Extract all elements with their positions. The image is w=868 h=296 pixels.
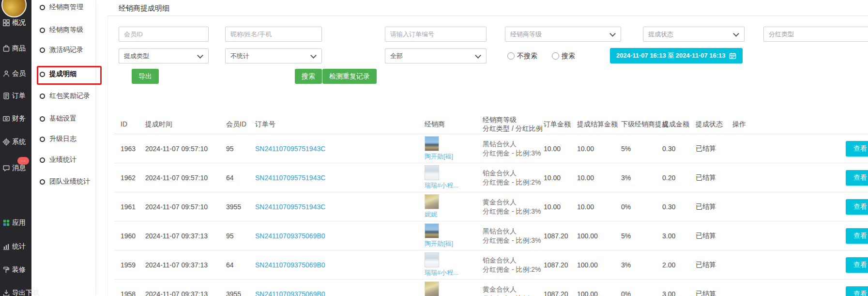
dealer-name-link[interactable]: 陶开勋[福] bbox=[425, 152, 476, 161]
export-button[interactable]: 导出 bbox=[132, 69, 159, 84]
chevron-down-icon bbox=[733, 31, 739, 37]
member-icon bbox=[2, 70, 10, 78]
column-header: ID bbox=[114, 114, 139, 134]
cell-member-id: 64 bbox=[220, 163, 249, 192]
stat-mode-select[interactable]: 不统计 bbox=[225, 48, 322, 63]
view-button[interactable]: 查看 bbox=[846, 286, 868, 296]
submenu-item-upgrade-log[interactable]: 升级日志 bbox=[35, 132, 76, 146]
order-no-link[interactable]: SN24110709375069B0 bbox=[255, 261, 325, 269]
dealer-level-select-value: 经销商等级 bbox=[510, 31, 542, 38]
circle-bullet-icon bbox=[40, 72, 45, 77]
dealer-level-text: 黑钻合伙人 bbox=[483, 140, 537, 149]
sidebar-item-finance[interactable]: 财务 bbox=[2, 112, 26, 125]
nickname-input[interactable] bbox=[225, 27, 322, 42]
circle-bullet-icon bbox=[40, 93, 45, 99]
dealer-info: 妮妮 bbox=[425, 192, 476, 221]
submenu-item-label: 团队业绩统计 bbox=[49, 177, 90, 186]
search-button[interactable]: 搜索 bbox=[295, 69, 322, 84]
submenu-item-label: 提成明细 bbox=[49, 70, 76, 78]
sidebar-item-stats[interactable]: 统计 bbox=[2, 240, 26, 253]
sidebar-item-label: 消息 bbox=[12, 164, 26, 172]
dealer-name-link[interactable]: 瑞瑞#小程... bbox=[425, 181, 476, 190]
view-button[interactable]: 查看 bbox=[846, 199, 868, 215]
submenu-item-label: 基础设置 bbox=[49, 114, 76, 123]
cell-dealer: 陶开勋[福] bbox=[418, 221, 476, 250]
cell-dealer: 瑞瑞#小程... bbox=[418, 163, 476, 192]
circle-bullet-icon bbox=[40, 157, 45, 163]
table-row: 19582024-11-07 09:37:133955SN24110709375… bbox=[114, 280, 868, 296]
order-no-link[interactable]: SN241107095751943C bbox=[255, 145, 325, 153]
sidebar-item-export-download[interactable]: 导出下载 bbox=[2, 286, 39, 296]
commission-type-select[interactable]: 提成类型 bbox=[119, 48, 209, 63]
dealer-name-link[interactable]: 妮妮 bbox=[425, 210, 476, 219]
view-button[interactable]: 查看 bbox=[846, 228, 868, 244]
radio-icon[interactable] bbox=[507, 52, 515, 60]
workspace-avatar[interactable] bbox=[1, 0, 27, 17]
order-no-link[interactable]: SN241107095751943C bbox=[255, 174, 325, 182]
sidebar-item-overview[interactable]: 概况 bbox=[2, 16, 26, 30]
dealer-avatar bbox=[425, 136, 439, 151]
sidebar-item-app[interactable]: 应用 bbox=[2, 216, 26, 230]
submenu-item-basic-settings[interactable]: 基础设置 bbox=[35, 112, 76, 125]
radio-no-search[interactable]: 不搜索 bbox=[507, 48, 537, 63]
submenu-item-team-performance-stats[interactable]: 团队业绩统计 bbox=[35, 175, 90, 188]
radio-icon[interactable] bbox=[552, 52, 559, 60]
order-no-link[interactable]: SN241107095751943C bbox=[255, 203, 325, 211]
submenu-item-red-packet-reward-records[interactable]: 红包奖励记录 bbox=[35, 89, 90, 103]
check-duplicates-button[interactable]: 检测重复记录 bbox=[322, 69, 377, 84]
sidebar-item-goods[interactable]: 商品 bbox=[2, 42, 26, 55]
chevron-down-icon bbox=[475, 52, 481, 59]
order-no-input[interactable] bbox=[385, 27, 487, 42]
circle-bullet-icon bbox=[40, 137, 45, 142]
submenu-item-activation-code-records[interactable]: 激活码记录 bbox=[35, 43, 83, 57]
view-button[interactable]: 查看 bbox=[846, 170, 868, 186]
column-header: 下级经销商提成 bbox=[615, 114, 656, 134]
scope-select[interactable]: 全部 bbox=[385, 48, 487, 63]
date-range-button[interactable]: 2024-11-07 16:13 至 2024-11-07 16:13 bbox=[610, 48, 743, 63]
dividend-type-select[interactable]: 分红类型 bbox=[763, 27, 868, 42]
cell-order-no: SN24110709375069B0 bbox=[249, 221, 418, 250]
cell-status: 已结算 bbox=[689, 163, 726, 192]
dealer-level-text: 铂金合伙人 bbox=[483, 256, 537, 265]
dealer-level-select[interactable]: 经销商等级 bbox=[505, 27, 621, 42]
order-no-link[interactable]: SN24110709375069B0 bbox=[255, 290, 325, 296]
sidebar-item-system[interactable]: 系统 bbox=[2, 135, 26, 149]
date-range-text: 2024-11-07 16:13 至 2024-11-07 16:13 bbox=[616, 51, 726, 60]
sidebar-item-order[interactable]: 订单 bbox=[2, 89, 26, 103]
cell-order-amount: 10.00 bbox=[537, 163, 571, 192]
sidebar-item-member[interactable]: 会员 bbox=[2, 67, 26, 80]
view-button[interactable]: 查看 bbox=[846, 141, 868, 156]
cell-action: 查看 bbox=[726, 280, 868, 296]
dividend-ratio-text: 分红佣金 - 比例:3% bbox=[483, 294, 537, 296]
cell-dealer-level: 铂金合伙人分红佣金 - 比例:2% bbox=[476, 163, 537, 192]
dividend-ratio-text: 分红佣金 - 比例:3% bbox=[483, 207, 537, 216]
sidebar-item-decorate[interactable]: 装修 bbox=[2, 263, 26, 277]
dealer-level-text: 铂金合伙人 bbox=[483, 169, 537, 178]
table-row: 19622024-11-07 09:57:1064SN2411070957519… bbox=[114, 163, 868, 192]
cell-status: 已结算 bbox=[689, 250, 726, 280]
view-button[interactable]: 查看 bbox=[846, 257, 868, 273]
dividend-ratio-text: 分红佣金 - 比例:2% bbox=[483, 178, 537, 187]
submenu-item-dealer-management[interactable]: 经销商管理 bbox=[35, 0, 83, 14]
submenu-item-dealer-level[interactable]: 经销商等级 bbox=[35, 23, 83, 37]
order-no-link[interactable]: SN24110709375069B0 bbox=[255, 232, 325, 240]
overview-icon bbox=[2, 19, 10, 27]
commission-type-select-value: 提成类型 bbox=[124, 52, 149, 60]
sidebar-item-label: 系统 bbox=[12, 138, 26, 146]
cell-action: 查看 bbox=[726, 250, 868, 280]
panel-divider bbox=[107, 16, 108, 296]
dividend-ratio-text: 分红佣金 - 比例:2% bbox=[483, 265, 537, 274]
submenu-item-commission-detail[interactable]: 提成明细 bbox=[35, 67, 76, 81]
dealer-name-link[interactable]: 瑞瑞#小程... bbox=[425, 268, 476, 277]
submenu-item-performance-stats[interactable]: 业绩统计 bbox=[35, 153, 76, 167]
member-id-input[interactable] bbox=[119, 27, 209, 42]
dealer-avatar bbox=[425, 281, 439, 296]
main-sidebar: 概况商品会员订单财务系统消息应用统计装修导出下载 bbox=[0, 0, 31, 296]
sidebar-item-label: 概况 bbox=[12, 18, 26, 27]
radio-search[interactable]: 搜索 bbox=[552, 48, 575, 63]
dealer-name-link[interactable]: 陶开勋[福] bbox=[425, 239, 476, 248]
sidebar-item-label: 会员 bbox=[12, 69, 26, 78]
submenu-item-label: 经销商等级 bbox=[49, 26, 83, 34]
cell-member-id: 3955 bbox=[220, 192, 249, 221]
commission-status-select[interactable]: 提成状态 bbox=[643, 27, 745, 42]
